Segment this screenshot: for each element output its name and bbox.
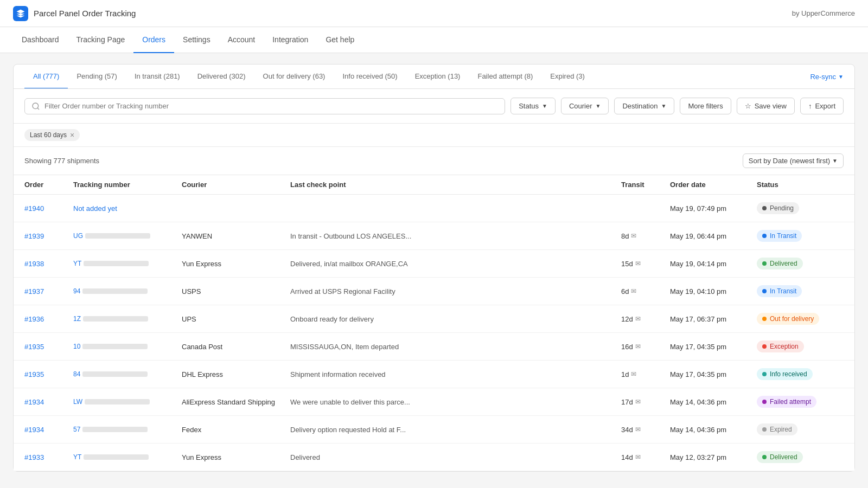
sort-selector[interactable]: Sort by Date (newest first) ▼ xyxy=(743,153,844,168)
nav-get-help[interactable]: Get help xyxy=(317,27,363,53)
checkpoint: Shipment information received xyxy=(290,370,621,378)
filters-row: Status ▼ Courier ▼ Destination ▼ More fi… xyxy=(14,89,854,124)
nav-tracking-page[interactable]: Tracking Page xyxy=(68,27,134,53)
transit: 8d✉ xyxy=(621,232,670,240)
col-status: Status xyxy=(757,181,844,189)
badge-dot xyxy=(762,317,767,321)
order-link[interactable]: #1935 xyxy=(24,343,44,351)
tracking-prefix: 57 xyxy=(73,426,80,433)
table-row: #1939UGYANWENIn transit - Outbound LOS A… xyxy=(14,222,854,250)
tracking-link[interactable]: Not added yet xyxy=(73,204,117,213)
tab-out-for-delivery[interactable]: Out for delivery (63) xyxy=(254,65,334,89)
mail-icon: ✉ xyxy=(635,453,641,461)
nav-account[interactable]: Account xyxy=(219,27,264,53)
order-link[interactable]: #1936 xyxy=(24,315,44,323)
tracking-link[interactable]: LW xyxy=(73,398,182,406)
status-cell: Info received xyxy=(757,368,844,380)
status-badge: Pending xyxy=(757,202,799,214)
courier-name: USPS xyxy=(182,287,290,296)
order-link[interactable]: #1938 xyxy=(24,260,44,268)
tab-failed-attempt[interactable]: Failed attempt (8) xyxy=(469,65,541,89)
order-link[interactable]: #1933 xyxy=(24,453,44,461)
tracking-number: 94 xyxy=(73,287,182,295)
status-cell: In Transit xyxy=(757,230,844,242)
tab-all[interactable]: All (777) xyxy=(24,65,68,89)
col-tracking: Tracking number xyxy=(73,181,182,189)
more-filters-label: More filters xyxy=(688,102,723,110)
tracking-link[interactable]: UG xyxy=(73,232,182,240)
col-courier: Courier xyxy=(182,181,290,189)
badge-label: Out for delivery xyxy=(770,315,814,323)
courier-filter-label: Courier xyxy=(569,102,592,110)
table-row: #193510Canada PostMISSISSAUGA,ON, Item d… xyxy=(14,333,854,361)
more-filters-button[interactable]: More filters xyxy=(680,98,731,114)
order-link[interactable]: #1939 xyxy=(24,232,44,240)
tracking-link[interactable]: 10 xyxy=(73,343,182,350)
status-filter-button[interactable]: Status ▼ xyxy=(510,98,556,114)
badge-dot xyxy=(762,261,767,266)
tab-pending[interactable]: Pending (57) xyxy=(68,65,125,89)
order-date: May 17, 04:35 pm xyxy=(670,370,757,378)
badge-label: Delivered xyxy=(770,453,797,461)
badge-dot xyxy=(762,289,767,293)
col-order: Order xyxy=(24,181,73,189)
courier-name: AliExpress Standard Shipping xyxy=(182,398,290,406)
order-link[interactable]: #1934 xyxy=(24,426,44,434)
tab-expired[interactable]: Expired (3) xyxy=(541,65,593,89)
tracking-link[interactable]: 84 xyxy=(73,370,182,378)
tracking-link[interactable]: 57 xyxy=(73,426,182,433)
date-tag-label: Last 60 days xyxy=(30,131,67,139)
nav-settings[interactable]: Settings xyxy=(174,27,219,53)
tracking-link[interactable]: 94 xyxy=(73,287,182,295)
mail-icon: ✉ xyxy=(631,287,636,295)
tracking-number: LW xyxy=(73,398,182,406)
col-order-date: Order date xyxy=(670,181,757,189)
tab-exception[interactable]: Exception (13) xyxy=(406,65,469,89)
courier-name: Yun Express xyxy=(182,260,290,268)
transit-days: 6d xyxy=(621,287,629,296)
tracking-prefix: 94 xyxy=(73,287,80,295)
courier-name: DHL Express xyxy=(182,370,290,378)
tracking-number: YT xyxy=(73,453,182,461)
courier-name: Canada Post xyxy=(182,343,290,351)
transit: 6d✉ xyxy=(621,287,670,296)
svg-line-1 xyxy=(37,108,39,110)
tab-info-received[interactable]: Info received (50) xyxy=(334,65,406,89)
date-tag-close[interactable]: × xyxy=(70,131,74,139)
destination-filter-button[interactable]: Destination ▼ xyxy=(614,98,674,114)
order-link[interactable]: #1940 xyxy=(24,204,44,213)
tracking-link[interactable]: YT xyxy=(73,453,182,461)
save-view-button[interactable]: ☆ Save view xyxy=(737,98,795,114)
resync-button[interactable]: Re-sync ▼ xyxy=(810,73,844,81)
order-link[interactable]: #1934 xyxy=(24,398,44,406)
search-input[interactable] xyxy=(44,102,498,110)
status-badge: Out for delivery xyxy=(757,313,819,325)
search-box[interactable] xyxy=(24,98,505,114)
status-tabs: All (777) Pending (57) In transit (281) … xyxy=(14,65,854,89)
tracking-number: 10 xyxy=(73,343,182,350)
order-date: May 17, 06:37 pm xyxy=(670,315,757,323)
orders-card: All (777) Pending (57) In transit (281) … xyxy=(13,64,855,472)
shipments-count: Showing 777 shipments xyxy=(24,157,99,165)
tab-delivered[interactable]: Delivered (302) xyxy=(189,65,254,89)
export-icon: ↑ xyxy=(808,102,812,110)
tab-in-transit[interactable]: In transit (281) xyxy=(126,65,189,89)
tracking-link[interactable]: YT xyxy=(73,260,182,267)
badge-dot xyxy=(762,455,767,459)
tracking-number: 1Z xyxy=(73,315,182,323)
order-link[interactable]: #1937 xyxy=(24,287,44,296)
order-link[interactable]: #1935 xyxy=(24,370,44,378)
tracking-blurred xyxy=(85,399,150,404)
nav-dashboard[interactable]: Dashboard xyxy=(13,27,68,53)
transit-days: 17d xyxy=(621,398,633,406)
badge-label: Expired xyxy=(770,426,792,433)
courier-name: YANWEN xyxy=(182,232,290,240)
nav-orders[interactable]: Orders xyxy=(133,27,174,53)
search-icon xyxy=(31,102,40,111)
badge-label: Info received xyxy=(770,370,807,378)
courier-filter-button[interactable]: Courier ▼ xyxy=(561,98,609,114)
status-cell: In Transit xyxy=(757,285,844,297)
tracking-link[interactable]: 1Z xyxy=(73,315,182,323)
export-button[interactable]: ↑ Export xyxy=(800,98,844,114)
nav-integration[interactable]: Integration xyxy=(264,27,317,53)
